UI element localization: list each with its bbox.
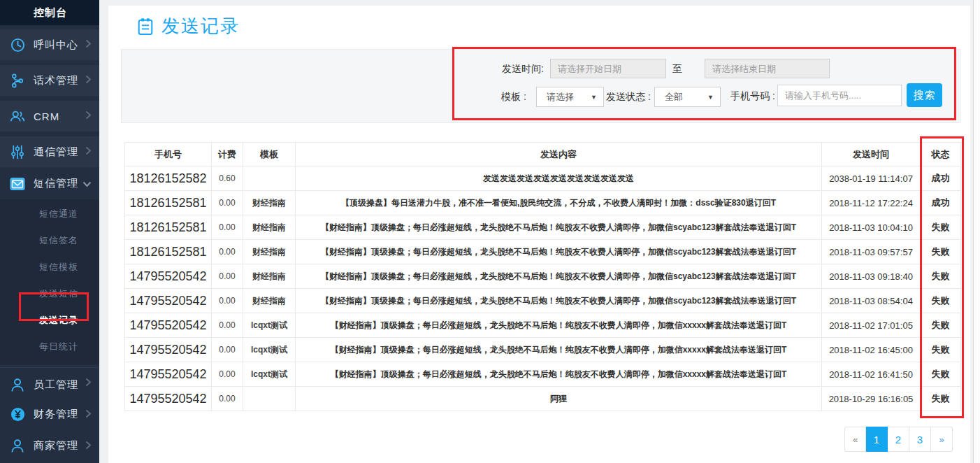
sidebar-item-CRM[interactable]: CRM <box>0 101 99 132</box>
status-cell: 失败 <box>921 264 961 289</box>
table-row: 181261525810.00财经指南【财经指南】顶级操盘；每日必涨超短线，龙头… <box>125 240 961 264</box>
phone-cell: 14795520542 <box>125 264 212 289</box>
pagination-next-button[interactable]: » <box>931 427 953 452</box>
user-icon <box>10 439 25 454</box>
sidebar-item-商家管理[interactable]: 商家管理 <box>0 430 99 462</box>
content-cell: 【财经指南】顶级操盘；每日必涨超短线，龙头股绝不马后炮！纯股友不收费人满即停，加… <box>296 338 822 362</box>
chevron-right-icon <box>85 38 92 51</box>
chevron-right-icon <box>85 145 92 158</box>
sidebar-subitem-短信签名[interactable]: 短信签名 <box>0 227 99 254</box>
time-cell: 2018-11-03 09:57:57 <box>822 240 921 264</box>
start-date-input[interactable] <box>550 59 666 78</box>
phone-cell: 18126152582 <box>125 166 212 191</box>
search-button[interactable]: 搜索 <box>907 83 942 107</box>
sidebar-item-员工管理[interactable]: 员工管理 <box>0 367 99 399</box>
fee-cell: 0.00 <box>212 215 243 240</box>
template-label: 模板 : <box>501 87 526 106</box>
send-status-select-value: 全部 <box>665 91 683 104</box>
sidebar-subitem-发送短信[interactable]: 发送短信 <box>0 280 99 307</box>
time-cell: 2018-10-29 16:16:05 <box>822 387 921 411</box>
content-cell: 【财经指南】顶级操盘；每日必涨超短线，龙头股绝不马后炮！纯股友不收费人满即停，加… <box>296 313 822 338</box>
sidebar-item-label: CRM <box>34 111 59 122</box>
phone-input[interactable] <box>777 85 902 106</box>
chevron-down-icon: ▼ <box>707 94 714 101</box>
sidebar-subitem-发送记录[interactable]: 发送记录 <box>0 307 99 334</box>
phone-cell: 18126152581 <box>125 191 212 215</box>
table-row: 147955205420.00财经指南【财经指南】顶级操盘；每日必涨超短线，龙头… <box>125 264 961 289</box>
sidebar-item-console[interactable]: 控制台 <box>0 0 99 25</box>
table-row: 181261525810.00财经指南【财经指南】顶级操盘；每日必涨超短线，龙头… <box>125 215 961 240</box>
chevron-right-icon <box>85 74 92 87</box>
table-row: 147955205420.00lcqxt测试【财经指南】顶级操盘；每日必涨超短线… <box>125 338 961 362</box>
table-header-row: 手机号计费模板发送内容发送时间状态 <box>125 143 961 166</box>
column-header: 发送时间 <box>822 143 921 166</box>
sidebar-subitem-每日统计[interactable]: 每日统计 <box>0 334 99 360</box>
user-icon <box>10 377 25 392</box>
column-header: 手机号 <box>125 143 212 166</box>
mail-icon <box>10 176 25 192</box>
sidebar-item-呼叫中心[interactable]: 呼叫中心 <box>0 29 99 61</box>
time-cell: 2018-11-02 16:41:50 <box>822 362 921 387</box>
sidebar-subitem-短信通道[interactable]: 短信通道 <box>0 201 99 227</box>
content-cell: 【财经指南】顶级操盘；每日必涨超短线，龙头股绝不马后炮！纯股友不收费人满即停，加… <box>296 289 822 313</box>
time-cell: 2018-11-03 10:04:10 <box>822 215 921 240</box>
table-row: 147955205420.00lcqxt测试【财经指南】顶级操盘；每日必涨超短线… <box>125 362 961 387</box>
column-header: 状态 <box>921 143 961 166</box>
pagination-prev-button[interactable]: « <box>844 427 866 452</box>
fee-cell: 0.00 <box>212 264 243 289</box>
sidebar-item-label: 商家管理 <box>34 439 78 453</box>
column-header: 计费 <box>212 143 243 166</box>
template-cell <box>243 387 296 411</box>
sidebar-item-label: 控制台 <box>34 6 67 20</box>
time-cell: 2018-11-02 16:45:00 <box>822 338 921 362</box>
sidebar-item-短信管理[interactable]: 短信管理 <box>0 168 99 199</box>
records-table: 手机号计费模板发送内容发送时间状态 181261525820.60发送发送发送发… <box>124 142 961 411</box>
grid-icon <box>10 5 25 20</box>
sidebar-item-通信管理[interactable]: 通信管理 <box>0 136 99 168</box>
sliders-icon <box>10 144 25 159</box>
phone-cell: 18126152581 <box>125 240 212 264</box>
filter-panel: 发送时间: 至 模板 : 请选择 ▼ 发送状态 : 全部 ▼ 手机号码 : 搜索 <box>121 49 960 123</box>
template-cell <box>243 166 296 191</box>
page-title: 发送记录 <box>138 14 240 38</box>
fee-cell: 0.00 <box>212 338 243 362</box>
pagination-page-1[interactable]: 1 <box>866 427 888 452</box>
content-cell: 发送发送发送发送发送发送发送发送发送 <box>296 166 822 191</box>
send-status-select[interactable]: 全部 ▼ <box>654 87 721 107</box>
branch-icon <box>10 73 25 88</box>
table-row: 147955205420.00阿狸2018-10-29 16:16:05失败 <box>125 387 961 411</box>
table-body: 181261525820.60发送发送发送发送发送发送发送发送发送2038-01… <box>125 166 961 411</box>
scrollbar[interactable] <box>973 0 980 463</box>
template-select[interactable]: 请选择 ▼ <box>536 87 604 107</box>
phone-cell: 14795520542 <box>125 362 212 387</box>
end-date-input[interactable] <box>705 59 830 78</box>
time-cell: 2018-11-12 17:22:24 <box>822 191 921 215</box>
sidebar-item-话术管理[interactable]: 话术管理 <box>0 65 99 97</box>
table-row: 181261525820.60发送发送发送发送发送发送发送发送发送2038-01… <box>125 166 961 191</box>
pagination-page-3[interactable]: 3 <box>909 427 931 452</box>
content-cell: 【顶级操盘】每日送潜力牛股，准不准一看便知,股民纯交流，不分成，不收费人满即封！… <box>296 191 822 215</box>
table-row: 181261525810.00财经指南【顶级操盘】每日送潜力牛股，准不准一看便知… <box>125 191 961 215</box>
status-cell: 失败 <box>921 313 961 338</box>
sidebar-item-财务管理[interactable]: 财务管理 <box>0 399 99 430</box>
fee-cell: 0.00 <box>212 191 243 215</box>
page-title-text: 发送记录 <box>161 14 240 38</box>
sidebar-subitem-短信模板[interactable]: 短信模板 <box>0 254 99 280</box>
chevron-right-icon <box>85 377 92 390</box>
chevron-down-icon <box>82 178 92 190</box>
chevron-right-icon <box>85 440 92 453</box>
time-cell: 2018-11-02 17:01:05 <box>822 313 921 338</box>
status-cell: 失败 <box>921 387 961 411</box>
pagination-page-2[interactable]: 2 <box>888 427 909 452</box>
to-label: 至 <box>672 59 682 78</box>
status-cell: 失败 <box>921 240 961 264</box>
template-cell: lcqxt测试 <box>243 362 296 387</box>
status-cell: 失败 <box>921 289 961 313</box>
main-content: 发送记录 发送时间: 至 模板 : 请选择 ▼ 发送状态 : 全部 ▼ 手机号码… <box>108 6 970 463</box>
status-cell: 失败 <box>921 215 961 240</box>
clock-icon <box>10 37 25 52</box>
pagination: «123» <box>844 427 953 452</box>
fee-cell: 0.00 <box>212 289 243 313</box>
template-cell: 财经指南 <box>243 215 296 240</box>
fee-cell: 0.00 <box>212 240 243 264</box>
